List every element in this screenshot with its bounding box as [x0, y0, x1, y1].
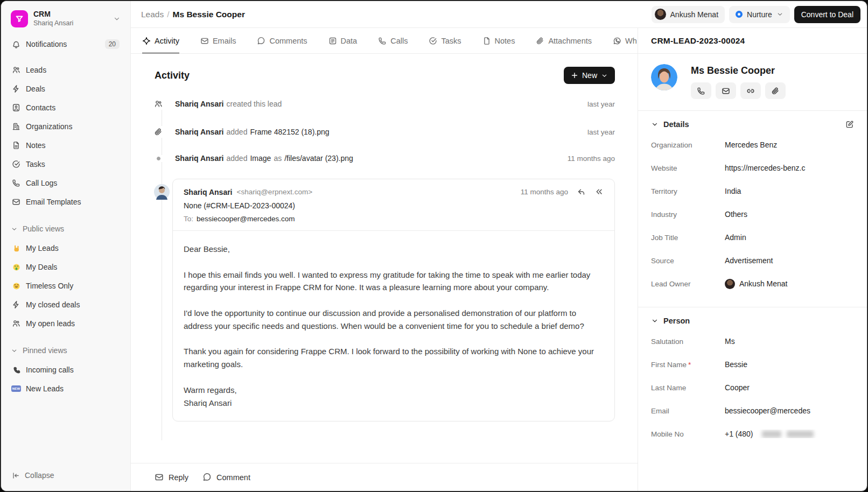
field-label: Organization: [651, 141, 725, 149]
field-value[interactable]: Ankush Menat: [725, 279, 854, 289]
field-label: Last Name: [651, 384, 725, 392]
collapse-sidebar-button[interactable]: Collapse: [8, 466, 58, 484]
lead-avatar[interactable]: [651, 64, 677, 90]
sidebar-item-notes[interactable]: Notes: [8, 136, 124, 154]
reply-button[interactable]: Reply: [155, 473, 188, 482]
section-public-views[interactable]: Public views: [8, 221, 124, 237]
section-pinned-views[interactable]: Pinned views: [8, 342, 124, 359]
sidebar-item-label: Contacts: [26, 103, 55, 112]
field-label: Lead Owner: [651, 280, 725, 288]
timestamp: last year: [587, 100, 615, 108]
sidebar-item-label: Email Templates: [26, 198, 81, 206]
field-label: Territory: [651, 187, 725, 195]
comment-bubble-icon: [257, 37, 265, 45]
person-section-header[interactable]: Person: [651, 317, 854, 325]
mail-icon: [200, 37, 209, 45]
status-dropdown[interactable]: Nurture: [729, 6, 790, 23]
sidebar-item-incoming-calls[interactable]: Incoming calls: [8, 361, 124, 379]
comment-button[interactable]: Comment: [202, 473, 250, 482]
field-value[interactable]: Bessie: [725, 360, 854, 369]
tab-attachments[interactable]: Attachments: [536, 28, 592, 53]
sidebar-item-call-logs[interactable]: Call Logs: [8, 174, 124, 192]
tab-tasks[interactable]: Tasks: [429, 28, 461, 53]
dot-icon: [157, 157, 160, 160]
sidebar-item-timeless-only[interactable]: Timeless Only: [8, 277, 124, 295]
email-paragraph: Dear Bessie,: [184, 243, 604, 256]
field-value[interactable]: +1 (480): [725, 430, 854, 438]
attachment-link[interactable]: Frame 482152 (18).png: [250, 128, 329, 136]
app-name: CRM: [33, 10, 108, 19]
sidebar-item-tasks[interactable]: Tasks: [8, 155, 124, 173]
field-row: Job TitleAdmin: [651, 230, 854, 244]
sidebar-item-leads[interactable]: Leads: [8, 61, 124, 79]
assignee-button[interactable]: Ankush Menat: [652, 6, 725, 23]
sidebar-item-notifications[interactable]: Notifications 20: [8, 35, 124, 53]
sidebar-item-label: My open leads: [26, 319, 75, 328]
field-value[interactable]: Advertisement: [725, 256, 854, 265]
convert-to-deal-button[interactable]: Convert to Deal: [794, 6, 860, 23]
tab-label: Wh: [625, 37, 637, 45]
field-value[interactable]: Others: [725, 210, 854, 219]
field-row: TerritoryIndia: [651, 184, 854, 198]
sidebar-item-deals[interactable]: Deals: [8, 80, 124, 98]
contacts-icon: [12, 103, 20, 112]
reply-all-icon[interactable]: [594, 187, 604, 196]
call-button[interactable]: [691, 82, 711, 99]
tab-emails[interactable]: Emails: [200, 28, 236, 53]
field-value[interactable]: bessiecooper@mercedes: [725, 406, 854, 415]
field-value[interactable]: Cooper: [725, 383, 854, 392]
link-button[interactable]: [740, 82, 761, 99]
tab-data[interactable]: Data: [328, 28, 358, 53]
file-link[interactable]: /files/avatar (23).png: [284, 154, 353, 163]
field-value[interactable]: https://mercedes-benz.c: [725, 164, 854, 172]
sidebar-item-label: Organizations: [26, 122, 72, 131]
sidebar-item-label: Notifications: [26, 40, 67, 48]
field-value[interactable]: India: [725, 187, 854, 195]
link-icon: [746, 87, 755, 95]
tasks-icon: [12, 160, 20, 168]
sidebar-item-my-open-leads[interactable]: My open leads: [8, 314, 124, 333]
sidebar-item-label: Call Logs: [26, 179, 57, 187]
sidebar-item-new-leads[interactable]: NEW New Leads: [8, 379, 124, 398]
email-button[interactable]: [716, 82, 736, 99]
sidebar-item-my-deals[interactable]: My Deals: [8, 258, 124, 276]
sidebar-item-my-leads[interactable]: My Leads: [8, 239, 124, 257]
field-value[interactable]: Admin: [725, 233, 854, 242]
field-label: First Name*: [651, 361, 725, 369]
sidebar-item-label: Notes: [26, 141, 46, 150]
sidebar-item-label: New Leads: [26, 384, 64, 393]
chevron-down-icon: [601, 72, 608, 79]
whatsapp-icon: [613, 37, 621, 45]
details-section-header[interactable]: Details: [651, 120, 854, 129]
email-paragraph: Thank you again for considering Frappe C…: [184, 345, 604, 370]
action-text: as: [274, 154, 282, 163]
tab-notes[interactable]: Notes: [482, 28, 515, 53]
field-label: Industry: [651, 210, 725, 219]
action-text: added: [227, 128, 248, 136]
attachment-button[interactable]: [765, 82, 786, 99]
chevron-down-icon: [776, 11, 783, 18]
tab-calls[interactable]: Calls: [378, 28, 408, 53]
breadcrumb-leads-link[interactable]: Leads: [141, 10, 164, 19]
sidebar-item-my-closed-deals[interactable]: My closed deals: [8, 296, 124, 314]
tab-comments[interactable]: Comments: [257, 28, 307, 53]
field-row: Mobile No+1 (480): [651, 427, 854, 441]
required-asterisk: *: [688, 361, 691, 369]
reply-icon[interactable]: [577, 187, 586, 196]
sidebar-item-organizations[interactable]: Organizations: [8, 117, 124, 136]
new-activity-button[interactable]: New: [564, 67, 615, 84]
tab-whatsapp[interactable]: Wh: [613, 28, 637, 53]
sidebar-item-email-templates[interactable]: Email Templates: [8, 193, 124, 211]
new-badge-emoji-icon: NEW: [12, 385, 20, 392]
sidebar-item-label: My closed deals: [26, 300, 80, 309]
field-value[interactable]: Ms: [725, 337, 854, 346]
field-label: Source: [651, 257, 725, 265]
redacted-digits: [762, 431, 781, 438]
workspace-user: Shariq Ansari: [33, 19, 108, 28]
tab-activity[interactable]: Activity: [142, 28, 179, 53]
edit-details-icon[interactable]: [845, 120, 854, 129]
field-value[interactable]: Mercedes Benz: [725, 140, 854, 149]
workspace-switcher[interactable]: CRM Shariq Ansari: [8, 6, 124, 31]
sidebar-item-contacts[interactable]: Contacts: [8, 99, 124, 117]
deals-icon: [12, 85, 20, 93]
